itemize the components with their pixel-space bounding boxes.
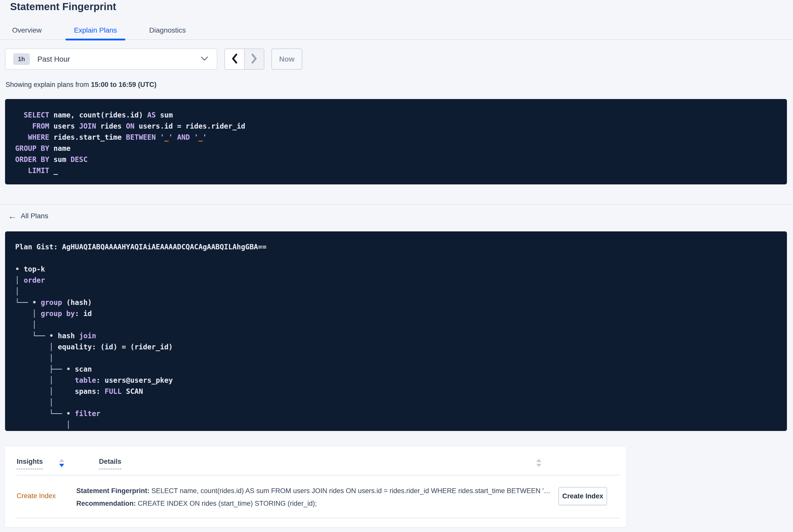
insights-table: Insights Details Create Index Statement … [5,446,626,527]
tab-bar: Overview Explain Plans Diagnostics [0,21,793,40]
statement-fingerprint-line: Statement Fingerprint: SELECT name, coun… [76,484,551,497]
recommendation-line: Recommendation: CREATE INDEX ON rides (s… [76,497,551,510]
chevron-left-icon [231,53,238,65]
sql-code: SELECT name, count(rides.id) AS sum FROM… [15,110,777,176]
plan-tree-code: Plan Gist: AgHUAQIABQAAAAHYAQIAiAEAAAADC… [15,242,777,431]
time-range-badge: 1h [13,53,30,65]
next-time-window-button[interactable] [244,49,264,69]
sort-icon-details[interactable] [536,459,541,467]
insights-table-header: Insights Details [17,458,121,469]
now-button[interactable]: Now [271,49,302,70]
all-plans-link[interactable]: ← All Plans [8,212,48,220]
sql-statement-block: SELECT name, count(rides.id) AS sum FROM… [5,99,787,185]
showing-range-text: Showing explain plans from 15:00 to 16:5… [5,81,156,89]
time-window-stepper [224,49,264,70]
tab-diagnostics[interactable]: Diagnostics [140,21,194,39]
section-divider [0,204,793,205]
prev-time-window-button[interactable] [225,49,244,69]
tab-explain-plans[interactable]: Explain Plans [65,21,126,39]
tab-overview[interactable]: Overview [3,21,50,39]
details-column-header[interactable]: Details [99,458,121,469]
time-range-label: Past Hour [37,55,70,63]
details-cell: Statement Fingerprint: SELECT name, coun… [76,484,551,510]
row-divider [17,518,620,518]
create-index-button[interactable]: Create Index [559,487,607,505]
insights-column-header[interactable]: Insights [17,458,43,469]
sort-icon-insights[interactable] [59,459,64,467]
left-arrow-icon: ← [8,212,17,220]
insight-type-link[interactable]: Create Index [17,492,56,500]
chevron-down-icon [201,56,208,62]
all-plans-label: All Plans [21,212,48,220]
plan-gist-block: Plan Gist: AgHUAQIABQAAAAHYAQIAiAEAAAADC… [5,231,787,431]
time-range-dropdown[interactable]: 1h Past Hour [5,49,217,70]
page-title: Statement Fingerprint [10,1,116,12]
time-range-value: 15:00 to 16:59 (UTC) [91,81,157,89]
chevron-right-icon [251,53,258,65]
header-divider [17,475,620,475]
time-range-toolbar: 1h Past Hour Now [5,49,302,70]
